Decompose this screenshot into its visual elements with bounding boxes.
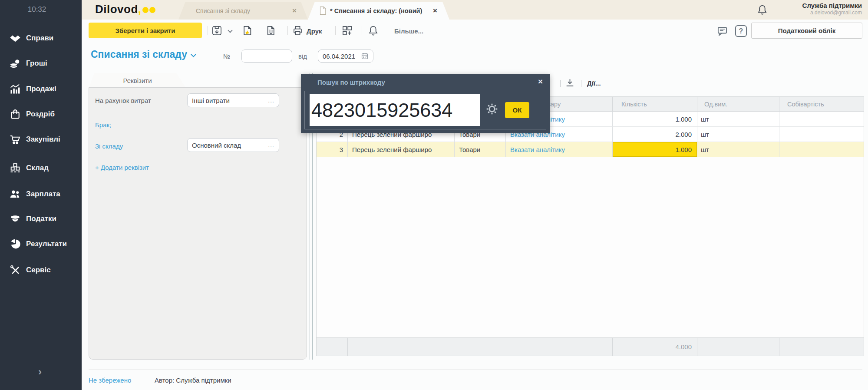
cell-unit[interactable]: шт — [697, 142, 779, 157]
save-options-chevron-icon[interactable] — [228, 28, 232, 33]
gear-icon[interactable] — [485, 102, 499, 116]
footer-cell — [779, 338, 865, 356]
barcode-search-dialog: Пошук по штрихкоду × ОК — [301, 74, 550, 133]
sidebar-item-label: Роздріб — [26, 110, 55, 119]
import-download-icon[interactable] — [564, 77, 575, 90]
tax-accounting-button[interactable]: Податковий облік — [751, 23, 862, 39]
comments-icon[interactable] — [716, 25, 728, 37]
tab-title: * Списання зі складу: (новий) — [330, 7, 422, 14]
sidebar-item-sales[interactable]: Продажі — [0, 81, 82, 97]
actions-menu-button[interactable]: Дії... — [587, 79, 601, 87]
sidebar-item-purchases[interactable]: Закупівлі — [0, 131, 82, 148]
col-header-unit[interactable]: Од.вим. — [697, 97, 779, 111]
document-icon — [319, 6, 327, 15]
warehouse-input[interactable]: Основний склад... — [187, 138, 279, 152]
cell-quantity[interactable]: 1.000 — [613, 112, 697, 126]
grid-toolbar-separator — [581, 80, 581, 87]
people-icon — [8, 187, 23, 202]
sidebar-item-deals[interactable]: Справи — [0, 30, 82, 46]
cell-unit[interactable]: шт — [697, 127, 779, 142]
cell-product[interactable]: Перець зелений фарширо — [348, 142, 455, 157]
close-icon[interactable]: × — [292, 7, 297, 15]
sidebar-item-label: Продажі — [26, 85, 56, 93]
author-label: Автор: Служба підтримки — [155, 377, 231, 384]
user-account[interactable]: Служба підтримки a.delovod@gmail.com — [802, 2, 862, 16]
ok-button[interactable]: ОК — [505, 102, 529, 118]
lookup-ellipsis[interactable]: ... — [268, 97, 274, 104]
barcode-input[interactable] — [310, 94, 480, 126]
number-label: № — [223, 53, 230, 60]
app-logo[interactable]: Dilovod, — [95, 3, 155, 16]
tab-writeoff-list[interactable]: Списання зі складу × — [178, 2, 308, 20]
toolbar-separator — [335, 26, 336, 35]
add-requisite-link[interactable]: + Додати реквізит — [95, 164, 149, 171]
expense-account-input[interactable]: Інші витрати... — [187, 93, 279, 107]
reminder-bell-icon[interactable] — [367, 25, 379, 36]
close-icon[interactable]: × — [538, 77, 543, 86]
tab-requisites[interactable]: Реквізити — [89, 73, 186, 88]
notifications-bell-icon[interactable] — [756, 4, 768, 17]
expense-account-label: На рахунок витрат — [95, 97, 151, 104]
footer-cell — [317, 338, 348, 356]
help-button[interactable]: ? — [735, 25, 747, 37]
table-footer-row: 4.000 — [317, 337, 864, 356]
document-number-input[interactable] — [241, 50, 292, 63]
toolbar-separator — [287, 26, 288, 35]
sidebar-item-money[interactable]: Гроші — [0, 55, 82, 72]
print-label[interactable]: Друк — [307, 27, 322, 35]
footer-total-quantity: 4.000 — [613, 338, 697, 356]
document-date-input[interactable]: 06.04.2021 — [318, 50, 373, 63]
tab-writeoff-new[interactable]: * Списання зі складу: (новий) × — [308, 2, 449, 20]
cell-cost[interactable] — [779, 112, 865, 126]
logo-dot — [142, 7, 149, 13]
sidebar-item-warehouse[interactable]: Склад — [0, 160, 82, 176]
print-icon[interactable] — [292, 25, 304, 36]
col-header-quantity[interactable]: Кількість — [613, 97, 697, 111]
cell-quantity[interactable]: 2.000 — [613, 127, 697, 142]
calendar-icon[interactable] — [361, 52, 369, 60]
cell-number[interactable]: 3 — [317, 142, 348, 157]
save-icon[interactable] — [211, 25, 223, 36]
dialog-title: Пошук по штрихкоду — [317, 79, 385, 86]
cell-cost[interactable] — [779, 142, 865, 157]
cell-cost[interactable] — [779, 127, 865, 142]
boxes-icon — [8, 161, 23, 175]
save-state-link[interactable]: Не збережено — [89, 377, 131, 384]
table-row-selected[interactable]: 3 Перець зелений фарширо Товари Вказати … — [317, 142, 864, 157]
sidebar-item-retail[interactable]: Роздріб — [0, 106, 82, 122]
sidebar-item-label: Закупівлі — [26, 135, 60, 144]
cell-unit[interactable]: шт — [697, 112, 779, 126]
cell-group[interactable]: Товари — [455, 142, 506, 157]
document-title[interactable]: Списання зі складу — [91, 49, 195, 60]
more-button[interactable]: Більше... — [394, 27, 423, 35]
sidebar-item-label: Склад — [26, 164, 49, 172]
footer-cell — [348, 338, 613, 356]
user-email: a.delovod@gmail.com — [802, 10, 862, 16]
close-icon[interactable]: × — [433, 7, 437, 15]
sidebar-collapse-chevron[interactable]: › — [30, 366, 50, 378]
sidebar-item-service[interactable]: Сервіс — [0, 262, 82, 278]
logo-dot — [149, 7, 155, 13]
cell-quantity-selected[interactable]: 1.000 — [613, 142, 697, 157]
defect-link[interactable]: Брак; — [95, 121, 111, 129]
from-warehouse-link[interactable]: Зі складу — [95, 142, 123, 150]
col-header-cost[interactable]: Собівартість — [779, 97, 865, 111]
toolbar-separator — [208, 26, 208, 35]
toolbar-separator — [388, 26, 388, 35]
favorite-template-icon[interactable] — [241, 25, 253, 36]
clock: 10:32 — [13, 5, 61, 14]
sales-chart-icon — [8, 82, 23, 96]
cell-analytics-link[interactable]: Вказати аналітику — [506, 142, 613, 157]
cart-icon — [8, 132, 23, 147]
lookup-ellipsis[interactable]: ... — [268, 142, 274, 149]
coins-icon — [8, 56, 23, 71]
statusbar-divider — [89, 370, 862, 370]
sidebar-item-label: Справи — [26, 34, 53, 43]
add-widget-grid-icon[interactable] — [341, 25, 353, 36]
sidebar-item-results[interactable]: Результати — [0, 236, 82, 252]
attachment-icon[interactable] — [265, 25, 277, 36]
sidebar-item-payroll[interactable]: Зарплата — [0, 186, 82, 202]
save-and-close-button[interactable]: Зберегти і закрити — [89, 23, 202, 38]
date-from-label: від — [298, 53, 307, 60]
sidebar-item-taxes[interactable]: Податки — [0, 211, 82, 227]
